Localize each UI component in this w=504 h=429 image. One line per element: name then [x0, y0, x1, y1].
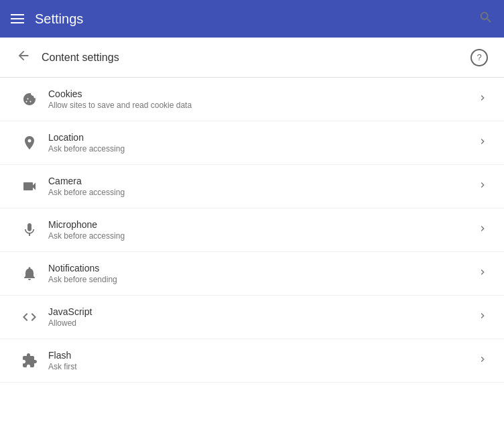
hamburger-icon[interactable]: [11, 14, 24, 23]
location-arrow: [477, 136, 488, 149]
notifications-arrow: [477, 267, 488, 280]
settings-item-microphone[interactable]: Microphone Ask before accessing: [0, 208, 504, 252]
microphone-icon: [16, 222, 43, 238]
camera-subtitle: Ask before accessing: [48, 188, 477, 197]
notifications-subtitle: Ask before sending: [48, 275, 477, 284]
microphone-subtitle: Ask before accessing: [48, 231, 477, 241]
notifications-icon: [16, 265, 43, 282]
back-button[interactable]: [16, 48, 31, 66]
help-icon[interactable]: ?: [470, 49, 488, 66]
flash-text: Flash Ask first: [48, 350, 477, 371]
camera-title: Camera: [48, 176, 477, 186]
app-bar: Settings: [0, 0, 504, 38]
app-bar-left: Settings: [11, 11, 83, 27]
microphone-arrow: [477, 223, 488, 237]
location-icon: [16, 135, 43, 151]
flash-arrow: [477, 354, 488, 367]
location-subtitle: Ask before accessing: [48, 144, 477, 154]
notifications-title: Notifications: [48, 263, 477, 273]
microphone-title: Microphone: [48, 219, 477, 230]
javascript-subtitle: Allowed: [48, 318, 477, 328]
settings-item-flash[interactable]: Flash Ask first: [0, 339, 504, 383]
page-header: Content settings ?: [0, 38, 504, 78]
cookies-title: Cookies: [48, 88, 477, 99]
settings-item-javascript[interactable]: JavaScript Allowed: [0, 296, 504, 339]
cookies-arrow: [477, 93, 488, 106]
settings-item-cookies[interactable]: Cookies Allow sites to save and read coo…: [0, 78, 504, 121]
app-bar-title: Settings: [35, 11, 83, 27]
page-title: Content settings: [42, 52, 119, 64]
flash-subtitle: Ask first: [48, 362, 477, 371]
camera-arrow: [477, 180, 488, 193]
notifications-text: Notifications Ask before sending: [48, 263, 477, 284]
camera-icon: [16, 178, 43, 194]
javascript-icon: [16, 309, 43, 325]
header-left: Content settings: [16, 48, 119, 66]
javascript-arrow: [477, 310, 488, 324]
content-area: Content settings ? Cookies Allow sites t…: [0, 38, 504, 429]
flash-title: Flash: [48, 350, 477, 361]
location-text: Location Ask before accessing: [48, 132, 477, 154]
location-title: Location: [48, 132, 477, 143]
search-icon[interactable]: [479, 10, 493, 28]
cookies-subtitle: Allow sites to save and read cookie data: [48, 101, 477, 110]
settings-item-camera[interactable]: Camera Ask before accessing: [0, 165, 504, 208]
flash-icon: [16, 353, 43, 369]
javascript-text: JavaScript Allowed: [48, 306, 477, 328]
cookies-text: Cookies Allow sites to save and read coo…: [48, 88, 477, 110]
settings-list: Cookies Allow sites to save and read coo…: [0, 78, 504, 383]
camera-text: Camera Ask before accessing: [48, 176, 477, 197]
settings-item-notifications[interactable]: Notifications Ask before sending: [0, 252, 504, 296]
javascript-title: JavaScript: [48, 306, 477, 317]
settings-item-location[interactable]: Location Ask before accessing: [0, 121, 504, 165]
microphone-text: Microphone Ask before accessing: [48, 219, 477, 241]
cookies-icon: [16, 91, 43, 107]
